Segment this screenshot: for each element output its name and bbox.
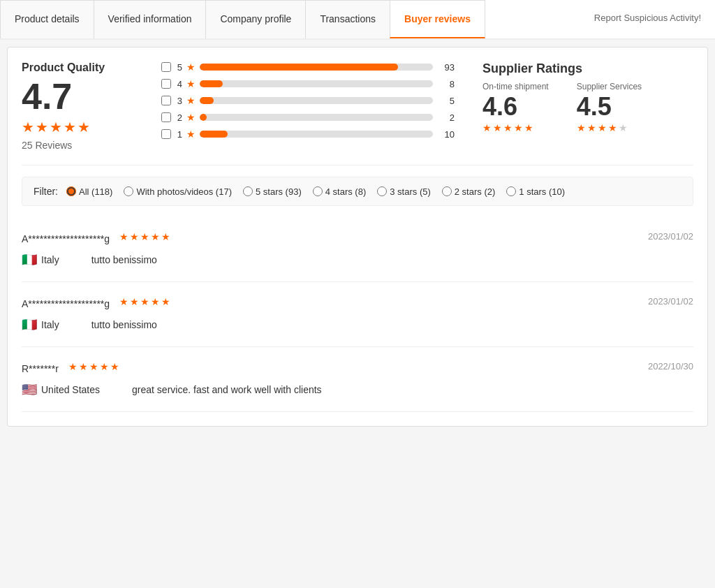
review-item-0: A********************g ★ ★ ★ ★ ★ 2023/01… (22, 217, 693, 282)
review-country-0: 🇮🇹 Italy tutto benissimo (22, 252, 693, 267)
tab-company-profile[interactable]: Company profile (205, 0, 306, 38)
bar-checkbox-1[interactable] (161, 129, 171, 139)
filter-4stars-label: 4 stars (8) (325, 186, 367, 197)
star-2: ★ (36, 119, 48, 135)
bar-row-5: 5 ★ 93 (161, 61, 455, 73)
review-username-1: A********************g (22, 298, 110, 309)
svc-star-3: ★ (598, 122, 607, 133)
bar-checkbox-5[interactable] (161, 62, 171, 72)
review-stars-0: ★ ★ ★ ★ ★ (119, 231, 170, 242)
bar-track-4 (200, 80, 433, 87)
product-quality-label: Product Quality (22, 61, 133, 74)
bar-star-4: ★ (186, 78, 196, 89)
r0-star-4: ★ (151, 231, 160, 242)
supplier-services-label: Supplier Services (577, 82, 642, 91)
bar-fill-5 (200, 64, 398, 71)
r1-star-5: ★ (161, 296, 170, 307)
review-date-0: 2023/01/02 (648, 231, 693, 242)
bar-star-1: ★ (186, 128, 196, 140)
filter-3stars-label: 3 stars (5) (390, 186, 431, 197)
product-quality-stars: ★ ★ ★ ★ ★ (22, 119, 133, 135)
bar-track-3 (200, 97, 433, 104)
supplier-ratings-title: Supplier Ratings (482, 61, 692, 76)
review-header-2: R*******r ★ ★ ★ ★ ★ 2022/10/30 (22, 361, 693, 376)
tab-product-details[interactable]: Product details (0, 0, 94, 38)
bar-label-5: 5 (175, 62, 182, 73)
ratings-section: Product Quality 4.7 ★ ★ ★ ★ ★ 25 Reviews… (22, 61, 693, 166)
bar-row-2: 2 ★ 2 (161, 112, 455, 123)
main-content: Product Quality 4.7 ★ ★ ★ ★ ★ 25 Reviews… (7, 47, 708, 427)
bar-star-2: ★ (186, 112, 196, 123)
bar-star-5: ★ (186, 61, 196, 73)
bar-checkbox-4[interactable] (161, 79, 171, 89)
filter-photos[interactable]: With photos/videos (17) (124, 186, 232, 197)
supplier-services-stars: ★ ★ ★ ★ ★ (577, 122, 642, 133)
svc-star-2: ★ (587, 122, 596, 133)
bar-label-1: 1 (175, 129, 182, 140)
bar-count-1: 10 (437, 129, 455, 140)
filter-1stars[interactable]: 1 stars (10) (506, 186, 565, 197)
supplier-ontime-score: 4.6 (482, 94, 549, 119)
supplier-item-services: Supplier Services 4.5 ★ ★ ★ ★ ★ (577, 82, 642, 138)
tab-buyer-reviews[interactable]: Buyer reviews (390, 0, 485, 38)
tabs-bar: Product details Verified information Com… (0, 0, 715, 40)
r1-star-1: ★ (119, 296, 128, 307)
review-user-stars-0: A********************g ★ ★ ★ ★ ★ (22, 231, 170, 247)
supplier-item-ontime: On-time shipment 4.6 ★ ★ ★ ★ ★ (482, 82, 549, 138)
review-country-name-0: Italy (41, 254, 59, 265)
sup-star-3: ★ (503, 122, 513, 133)
r0-star-5: ★ (161, 231, 170, 242)
filter-3stars[interactable]: 3 stars (5) (377, 186, 431, 197)
review-flag-0: 🇮🇹 (22, 252, 37, 267)
supplier-grid: On-time shipment 4.6 ★ ★ ★ ★ ★ Supplier … (482, 82, 692, 138)
r1-star-3: ★ (140, 296, 149, 307)
filter-1stars-radio[interactable] (506, 186, 516, 196)
review-date-1: 2023/01/02 (648, 296, 693, 307)
review-date-2: 2022/10/30 (648, 361, 693, 372)
sup-star-5: ★ (524, 122, 533, 133)
bar-fill-1 (200, 131, 228, 138)
filter-5stars[interactable]: 5 stars (93) (243, 186, 302, 197)
bar-checkbox-2[interactable] (161, 112, 171, 122)
tab-transactions[interactable]: Transactions (305, 0, 390, 38)
supplier-ontime-stars: ★ ★ ★ ★ ★ (482, 122, 549, 133)
filter-4stars-radio[interactable] (313, 186, 323, 196)
filter-5stars-radio[interactable] (243, 186, 253, 196)
filter-3stars-radio[interactable] (377, 186, 387, 196)
r2-star-2: ★ (79, 361, 88, 372)
supplier-ratings-section: Supplier Ratings On-time shipment 4.6 ★ … (482, 61, 692, 151)
star-1: ★ (22, 119, 34, 135)
star-4: ★ (64, 119, 76, 135)
filter-all-radio[interactable] (66, 186, 76, 196)
sup-star-2: ★ (493, 122, 502, 133)
supplier-ontime-label: On-time shipment (482, 82, 549, 91)
review-text-1: tutto benissimo (91, 319, 157, 330)
filter-2stars-radio[interactable] (442, 186, 452, 196)
r1-star-2: ★ (130, 296, 139, 307)
filter-all[interactable]: All (118) (66, 186, 112, 197)
filter-2stars[interactable]: 2 stars (2) (442, 186, 496, 197)
review-username-2: R*******r (22, 363, 59, 374)
star-bars-section: 5 ★ 93 4 ★ 8 3 ★ (161, 61, 455, 151)
filter-label: Filter: (34, 186, 58, 197)
review-text-2: great service. fast and work well with c… (132, 384, 322, 395)
review-item-1: A********************g ★ ★ ★ ★ ★ 2023/01… (22, 282, 693, 347)
sup-star-1: ★ (482, 122, 492, 133)
star-3: ★ (50, 119, 62, 135)
r2-star-1: ★ (68, 361, 78, 372)
filter-all-label: All (118) (79, 186, 112, 197)
tab-verified-information[interactable]: Verified information (94, 0, 207, 38)
filter-4stars[interactable]: 4 stars (8) (313, 186, 367, 197)
bar-track-5 (200, 64, 433, 71)
bar-checkbox-3[interactable] (161, 96, 171, 105)
report-suspicious-button[interactable]: Report Suspicious Activity! (580, 0, 715, 38)
filter-photos-label: With photos/videos (17) (136, 186, 232, 197)
filter-photos-radio[interactable] (124, 186, 133, 196)
review-item-2: R*******r ★ ★ ★ ★ ★ 2022/10/30 🇺🇸 United… (22, 347, 693, 412)
bar-row-1: 1 ★ 10 (161, 128, 455, 140)
r0-star-3: ★ (140, 231, 149, 242)
r2-star-5: ★ (110, 361, 119, 372)
bar-row-3: 3 ★ 5 (161, 95, 455, 106)
sup-star-4: ★ (514, 122, 523, 133)
review-user-stars-1: A********************g ★ ★ ★ ★ ★ (22, 296, 170, 311)
